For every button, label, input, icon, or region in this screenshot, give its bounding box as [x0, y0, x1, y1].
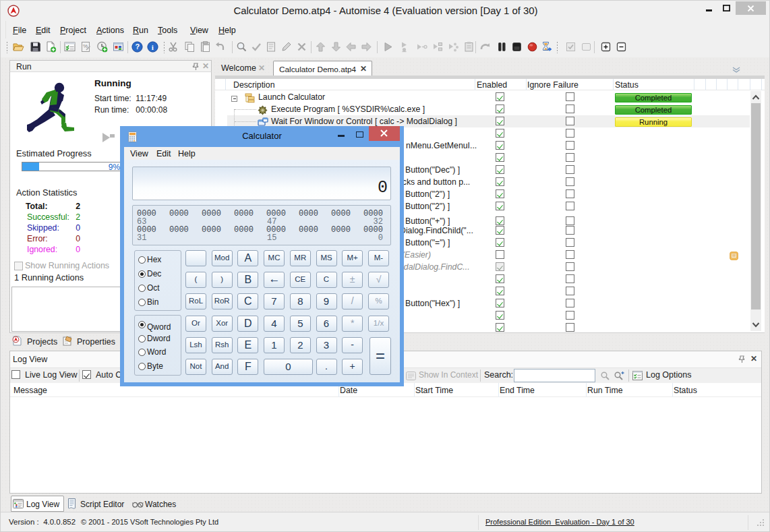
svg-text:?: ? — [135, 42, 140, 51]
svg-text:i: i — [152, 43, 154, 51]
svg-text:%: % — [83, 43, 88, 49]
